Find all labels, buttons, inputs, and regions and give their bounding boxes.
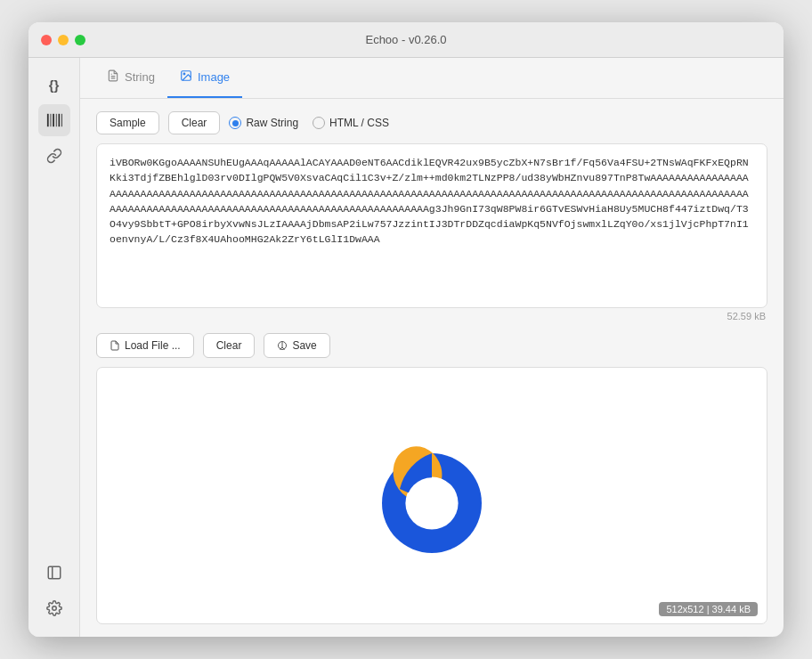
file-size-badge: 52.59 kB — [96, 308, 767, 324]
tab-string-label: String — [125, 70, 155, 84]
barcode-icon — [46, 112, 62, 128]
svg-rect-0 — [46, 114, 48, 126]
link-icon — [46, 148, 62, 164]
svg-point-17 — [406, 477, 458, 529]
tab-string[interactable]: String — [94, 58, 167, 98]
title-bar: Echoo - v0.26.0 — [28, 22, 784, 58]
radio-html-css[interactable]: HTML / CSS — [313, 117, 389, 129]
tab-image-label: Image — [198, 70, 230, 84]
window-title: Echoo - v0.26.0 — [365, 33, 446, 46]
svg-rect-4 — [58, 114, 60, 126]
clear-button[interactable]: Clear — [203, 333, 256, 358]
format-radio-group: Raw String HTML / CSS — [229, 117, 389, 129]
tab-image[interactable]: Image — [167, 58, 242, 98]
top-toolbar: Sample Clear Raw String HTML / CSS — [96, 111, 767, 134]
string-tab-icon — [107, 69, 119, 85]
sidebar-icon-panel[interactable] — [38, 557, 70, 589]
content-area: Sample Clear Raw String HTML / CSS — [80, 99, 784, 637]
load-file-label: Load File ... — [125, 339, 181, 352]
image-info-badge: 512x512 | 39.44 kB — [659, 602, 758, 616]
svg-point-12 — [183, 73, 185, 75]
panel-icon — [46, 565, 62, 581]
image-preview: 512x512 | 39.44 kB — [96, 367, 767, 624]
app-body: {} — [28, 58, 784, 637]
sidebar-bottom — [38, 557, 70, 624]
app-window: Echoo - v0.26.0 {} — [28, 22, 784, 637]
text-display[interactable]: iVBORw0KGgoAAAANSUhEUgAAAqAAAAAlACAYAAAD… — [96, 143, 767, 308]
radio-raw-string-indicator — [229, 117, 241, 129]
svg-rect-2 — [53, 114, 54, 126]
radio-html-css-indicator — [313, 117, 325, 129]
radio-html-css-label: HTML / CSS — [329, 117, 389, 129]
clear-top-button[interactable]: Clear — [168, 111, 221, 134]
save-label: Save — [292, 339, 316, 352]
svg-rect-3 — [55, 114, 56, 126]
svg-rect-5 — [61, 114, 62, 126]
bottom-toolbar: Load File ... Clear Save — [96, 333, 767, 358]
sidebar-icon-barcode[interactable] — [38, 104, 70, 136]
close-button[interactable] — [41, 35, 52, 45]
maximize-button[interactable] — [75, 35, 85, 45]
minimize-button[interactable] — [58, 35, 69, 45]
sidebar-icon-braces[interactable]: {} — [38, 69, 70, 101]
svg-rect-6 — [48, 566, 61, 579]
radio-raw-string-label: Raw String — [246, 117, 298, 129]
load-file-icon — [110, 340, 120, 351]
main-content: String Image Sample — [80, 58, 784, 637]
sidebar: {} — [28, 58, 80, 637]
settings-icon — [46, 600, 62, 616]
top-tabs: String Image — [80, 58, 784, 99]
svg-rect-1 — [50, 114, 51, 126]
save-button[interactable]: Save — [264, 333, 329, 358]
sidebar-icon-link[interactable] — [38, 140, 70, 172]
preview-image — [361, 425, 503, 567]
sample-button[interactable]: Sample — [96, 111, 159, 134]
save-icon — [277, 340, 288, 351]
traffic-lights — [41, 35, 85, 45]
load-file-button[interactable]: Load File ... — [96, 333, 194, 358]
svg-point-8 — [52, 606, 56, 611]
text-area-container: iVBORw0KGgoAAAANSUhEUgAAAqAAAAAlACAYAAAD… — [96, 143, 767, 324]
sidebar-icon-settings[interactable] — [38, 592, 70, 624]
image-tab-icon — [180, 69, 192, 85]
radio-raw-string[interactable]: Raw String — [229, 117, 298, 129]
